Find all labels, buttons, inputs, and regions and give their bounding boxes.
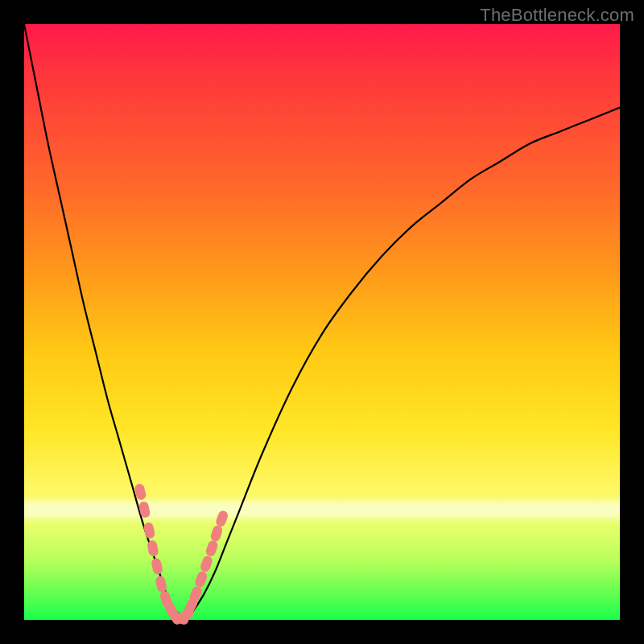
curve-svg [24,24,620,620]
marker-bead [142,522,155,539]
marker-bead [194,570,208,588]
marker-bead [209,524,224,543]
marker-bead [215,510,229,528]
marker-bead [199,555,213,573]
marker-bead [151,557,163,575]
watermark-text: TheBottleneck.com [480,5,634,26]
marker-bead [204,539,219,558]
plot-area [24,24,620,620]
chart-frame: TheBottleneck.com [0,0,644,644]
markers-group [134,483,229,626]
bottleneck-curve [24,24,620,620]
